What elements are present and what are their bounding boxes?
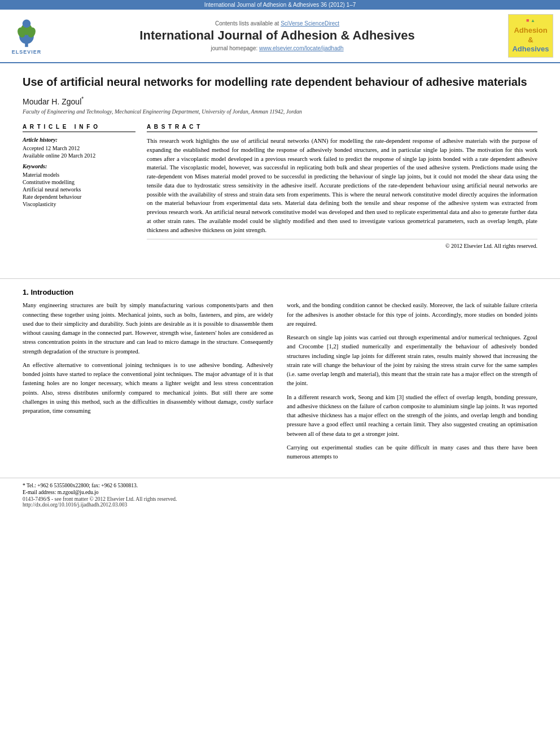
article-info-header: A R T I C L E I N F O — [23, 124, 135, 132]
svg-point-3 — [23, 20, 31, 28]
history-label: Article history: — [23, 137, 135, 143]
intro-para-5: In a different research work, Seong and … — [287, 393, 537, 439]
keywords-label: Keywords: — [23, 163, 135, 169]
body-two-col: Many engineering structures are built by… — [23, 301, 537, 466]
footnote-tel: * Tel.: +962 6 5355000x22800; fax: +962 … — [23, 483, 537, 488]
homepage-url[interactable]: www.elsevier.com/locate/ijadhadh — [259, 45, 344, 51]
keyword-2: Constitutive modelling — [23, 179, 135, 185]
section-divider — [0, 278, 560, 279]
intro-para-2: An effective alternative to conventional… — [23, 361, 273, 416]
adhesion-logo: ■ ▲ Adhesion & Adhesives — [508, 14, 553, 58]
keyword-3: Artificial neural networks — [23, 186, 135, 193]
email-value: m.zgoul@ju.edu.jo — [58, 490, 99, 495]
abstract-column: A B S T R A C T This research work highl… — [147, 124, 537, 249]
journal-homepage: journal homepage: www.elsevier.com/locat… — [52, 45, 502, 51]
abstract-header: A B S T R A C T — [147, 124, 537, 132]
page-footer: * Tel.: +962 6 5355000x22800; fax: +962 … — [0, 478, 560, 512]
available-date: Available online 20 March 2012 — [23, 152, 135, 159]
intro-para-3: work, and the bonding condition cannot b… — [287, 301, 537, 329]
journal-header: ELSEVIER Contents lists available at Sci… — [0, 10, 560, 63]
footer-issn: 0143-7496/$ - see front matter © 2012 El… — [23, 496, 537, 502]
header-center: Contents lists available at SciVerse Sci… — [52, 20, 502, 51]
affiliation: Faculty of Engineering and Technology, M… — [23, 108, 537, 115]
adhesion-logo-box: ■ ▲ Adhesion & Adhesives — [508, 14, 553, 58]
footnote-email: E-mail address: m.zgoul@ju.edu.jo — [23, 490, 537, 495]
journal-top-bar: International Journal of Adhesion & Adhe… — [0, 0, 560, 10]
elsevier-text: ELSEVIER — [12, 49, 42, 55]
elsevier-logo: ELSEVIER — [7, 17, 46, 55]
intro-para-6: Carrying out experimental studies can be… — [287, 443, 537, 462]
intro-para-4: Research on single lap joints was carrie… — [287, 333, 537, 388]
article-content: Use of artificial neural networks for mo… — [0, 63, 560, 269]
body-right-col: work, and the bonding condition cannot b… — [287, 301, 537, 466]
contents-text: Contents lists available at — [215, 20, 279, 27]
email-label: E-mail address: — [23, 490, 56, 495]
abstract-text: This research work highlights the use of… — [147, 137, 537, 234]
keyword-1: Material models — [23, 172, 135, 178]
elsevier-tree-icon — [12, 17, 41, 48]
accepted-date: Accepted 12 March 2012 — [23, 145, 135, 151]
keyword-5: Viscoplasticity — [23, 201, 135, 207]
footer-doi: http://dx.doi.org/10.1016/j.ijadhadh.201… — [23, 502, 537, 508]
keyword-4: Rate dependent behaviour — [23, 194, 135, 200]
journal-citation: International Journal of Adhesion & Adhe… — [204, 2, 356, 8]
author-name: Moudar H. Zgoul* — [23, 96, 537, 106]
homepage-label: journal homepage: — [211, 45, 257, 51]
sciverse-line: Contents lists available at SciVerse Sci… — [52, 20, 502, 27]
copyright-line: © 2012 Elsevier Ltd. All rights reserved… — [147, 239, 537, 249]
body-left-col: Many engineering structures are built by… — [23, 301, 273, 466]
sciverse-link[interactable]: SciVerse ScienceDirect — [281, 20, 339, 27]
body-content: 1. Introduction Many engineering structu… — [0, 288, 560, 477]
intro-para-1: Many engineering structures are built by… — [23, 301, 273, 356]
article-title: Use of artificial neural networks for mo… — [23, 75, 537, 89]
journal-title: International Journal of Adhesion & Adhe… — [52, 28, 502, 43]
article-info-column: A R T I C L E I N F O Article history: A… — [23, 124, 135, 249]
section-1-title: 1. Introduction — [23, 288, 537, 296]
article-info-abstract: A R T I C L E I N F O Article history: A… — [23, 124, 537, 249]
